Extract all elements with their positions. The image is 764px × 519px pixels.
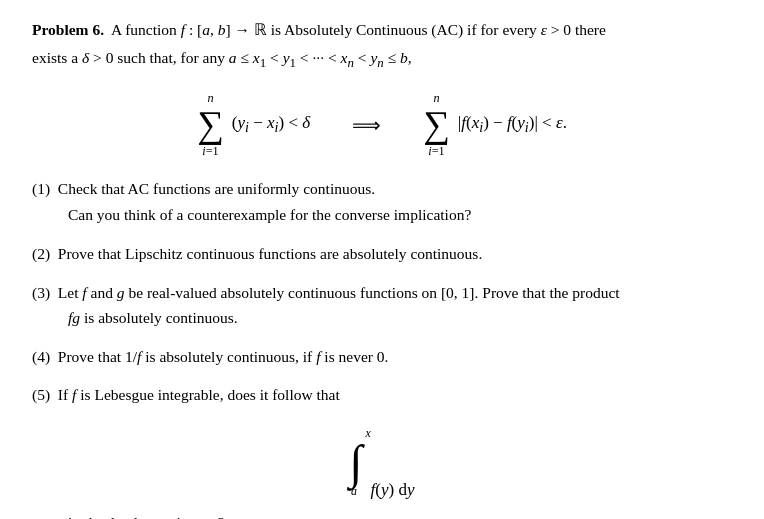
part-2-label: (2) — [32, 245, 54, 262]
part-3: (3) Let f and g be real-valued absolutel… — [32, 281, 732, 331]
part-1-subtext: Can you think of a counterexample for th… — [68, 203, 732, 228]
part-3-text: Let f and g be real-valued absolutely co… — [58, 284, 620, 301]
left-sum-expr: (yi − xi) < δ — [232, 113, 310, 136]
integral-display: x ∫ a f(y) dy — [32, 422, 732, 503]
integral-wrap: x ∫ a f(y) dy — [350, 422, 415, 503]
part-5-text: If f is Lebesgue integrable, does it fol… — [58, 386, 340, 403]
part-2: (2) Prove that Lipschitz continuous func… — [32, 242, 732, 267]
part-3-subtext: fg is absolutely continuous. — [68, 306, 732, 331]
part-4-label: (4) — [32, 348, 54, 365]
integral-integrand: f(y) dy — [371, 476, 415, 503]
left-sum: n ∑ i=1 (yi − xi) < δ — [197, 91, 310, 158]
right-sum: n ∑ i=1 |f(xi) − f(yi)| < ε. — [423, 91, 567, 158]
implies-arrow: ⟹ — [352, 113, 381, 137]
part-1-label: (1) — [32, 180, 54, 197]
part-1: (1) Check that AC functions are uniforml… — [32, 177, 732, 229]
problem-header: Problem 6. A function f : [a, b] → ℝ is … — [32, 18, 732, 42]
problem-container: Problem 6. A function f : [a, b] → ℝ is … — [32, 18, 732, 519]
part-5-label: (5) — [32, 386, 54, 403]
part-2-text: Prove that Lipschitz continuous function… — [58, 245, 482, 262]
right-sum-expr: |f(xi) − f(yi)| < ε. — [458, 113, 567, 136]
left-sum-index: i=1 — [202, 144, 218, 159]
integral-lower: a — [351, 482, 357, 501]
problem-condition: exists a δ > 0 such that, for any a ≤ x1… — [32, 46, 732, 73]
math-display: n ∑ i=1 (yi − xi) < δ ⟹ n ∑ i=1 |f(xi) −… — [32, 91, 732, 158]
part-4-text: Prove that 1/f is absolutely continuous,… — [58, 348, 389, 365]
problem-label: Problem 6. — [32, 21, 104, 38]
part-4: (4) Prove that 1/f is absolutely continu… — [32, 345, 732, 370]
left-sigma: ∑ — [197, 106, 224, 143]
problem-intro: A function f : [a, b] → ℝ is Absolutely … — [108, 21, 606, 38]
integral-symbol: ∫ — [350, 441, 363, 484]
part-3-label: (3) — [32, 284, 54, 301]
parts-list: (1) Check that AC functions are uniforml… — [32, 177, 732, 519]
part-1-text: Check that AC functions are uniformly co… — [58, 180, 375, 197]
part-5: (5) If f is Lebesgue integrable, does it… — [32, 383, 732, 519]
right-sigma: ∑ — [423, 106, 450, 143]
right-sum-index: i=1 — [428, 144, 444, 159]
part-5-after: is absolutely continuous? — [68, 511, 732, 519]
integral-upper: x — [365, 424, 370, 443]
